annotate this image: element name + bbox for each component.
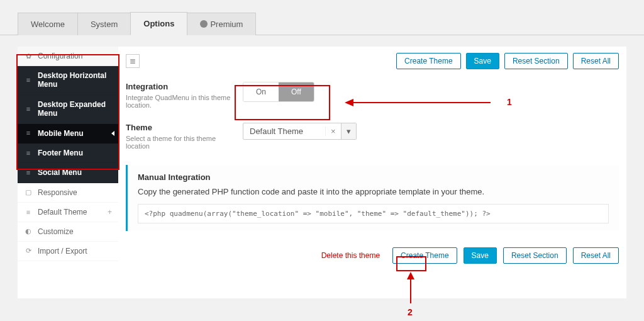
clear-icon[interactable]: × (325, 127, 341, 136)
integration-desc: Integrate QuadMenu in this theme locatio… (126, 94, 233, 109)
plus-icon: + (108, 208, 112, 217)
screen-icon: ▢ (24, 188, 33, 196)
manual-integration-desc: Copy the generated PHP function code and… (138, 187, 609, 196)
sidebar: ✿ Configuration ≡ Desktop Horizontal Men… (18, 47, 118, 261)
theme-field: Theme Select a theme for this theme loca… (126, 119, 619, 160)
manual-integration-box: Manual Integration Copy the generated PH… (126, 165, 619, 231)
menu-icon: ≡ (24, 76, 33, 84)
tab-premium[interactable]: Premium (187, 13, 256, 35)
sidebar-item-label: Default Theme (38, 208, 87, 217)
annotation-arrow-2-head (407, 272, 414, 279)
footer-create-theme-button[interactable]: Create Theme (392, 247, 457, 264)
sidebar-item-label: Customize (38, 227, 74, 236)
toggle-off[interactable]: Off (279, 82, 314, 101)
sidebar-item-social-menu[interactable]: ≡ Social Menu (18, 163, 118, 183)
expand-button[interactable]: ≣ (126, 54, 140, 68)
sidebar-item-label: Responsive (38, 188, 77, 197)
footer-reset-section-button[interactable]: Reset Section (503, 247, 567, 264)
expand-icon: ≣ (130, 57, 136, 65)
sidebar-item-label: Footer Menu (38, 149, 83, 157)
theme-title: Theme (126, 123, 233, 132)
list-icon: ≡ (24, 208, 33, 216)
reset-section-button[interactable]: Reset Section (504, 53, 568, 69)
integration-title: Integration (126, 82, 233, 91)
sidebar-item-footer-menu[interactable]: ≡ Footer Menu (18, 144, 118, 163)
chevron-down-icon[interactable]: ▾ (341, 123, 356, 139)
integration-toggle[interactable]: On Off (243, 82, 314, 102)
sidebar-item-label: Mobile Menu (38, 129, 84, 138)
menu-icon: ≡ (24, 149, 33, 157)
delete-theme-link[interactable]: Delete this theme (321, 251, 380, 260)
sidebar-item-label: Desktop Expanded Menu (38, 100, 112, 118)
annotation-arrow-2-line (410, 277, 411, 303)
toggle-on[interactable]: On (243, 82, 279, 101)
premium-icon (200, 20, 208, 28)
main-content: ≣ Create Theme Save Reset Section Reset … (118, 47, 626, 298)
manual-integration-code[interactable]: <?php quadmenu(array("theme_location" =>… (138, 204, 609, 223)
save-button[interactable]: Save (466, 53, 499, 69)
manual-integration-title: Manual Integration (138, 172, 609, 182)
sidebar-item-configuration[interactable]: ✿ Configuration (18, 47, 118, 66)
sidebar-item-label: Desktop Horizontal Menu (38, 71, 112, 89)
annotation-badge-2: 2 (408, 307, 413, 317)
annotation-arrow-1-head (345, 99, 353, 106)
sidebar-item-desktop-expanded[interactable]: ≡ Desktop Expanded Menu (18, 95, 118, 124)
toolbar: ≣ Create Theme Save Reset Section Reset … (126, 53, 619, 69)
sidebar-item-customize[interactable]: ◐ Customize (18, 222, 118, 242)
sidebar-item-desktop-horizontal[interactable]: ≡ Desktop Horizontal Menu (18, 66, 118, 95)
sidebar-item-import-export[interactable]: ⟳ Import / Export (18, 242, 118, 261)
menu-icon: ≡ (24, 129, 33, 137)
gear-icon: ✿ (24, 52, 33, 60)
footer-toolbar: Delete this theme Create Theme Save Rese… (126, 239, 619, 270)
eye-icon: ◐ (24, 227, 33, 235)
tab-options[interactable]: Options (130, 12, 187, 35)
annotation-arrow-1-line (352, 102, 491, 103)
footer-reset-all-button[interactable]: Reset All (573, 247, 619, 264)
tab-system[interactable]: System (77, 13, 131, 35)
sidebar-item-responsive[interactable]: ▢ Responsive (18, 183, 118, 203)
menu-icon: ≡ (24, 105, 33, 113)
create-theme-button[interactable]: Create Theme (396, 53, 460, 69)
theme-select-value: Default Theme (243, 123, 325, 139)
menu-icon: ≡ (24, 169, 33, 177)
tab-bar: Welcome System Options Premium (0, 0, 644, 35)
sidebar-item-mobile-menu[interactable]: ≡ Mobile Menu (18, 124, 118, 144)
reset-all-button[interactable]: Reset All (573, 53, 619, 69)
sidebar-item-label: Social Menu (38, 168, 82, 177)
tab-premium-label: Premium (210, 20, 243, 29)
refresh-icon: ⟳ (24, 247, 33, 255)
integration-field: Integration Integrate QuadMenu in this t… (126, 78, 619, 119)
theme-desc: Select a theme for this theme location (126, 135, 233, 150)
annotation-badge-1: 1 (507, 97, 512, 107)
sidebar-item-label: Configuration (38, 52, 82, 60)
sidebar-item-default-theme[interactable]: ≡ Default Theme + (18, 203, 118, 222)
options-panel: ✿ Configuration ≡ Desktop Horizontal Men… (18, 47, 626, 298)
sidebar-item-label: Import / Export (38, 247, 87, 256)
footer-save-button[interactable]: Save (464, 247, 497, 264)
tab-welcome[interactable]: Welcome (18, 13, 78, 35)
theme-select[interactable]: Default Theme × ▾ (243, 123, 357, 140)
